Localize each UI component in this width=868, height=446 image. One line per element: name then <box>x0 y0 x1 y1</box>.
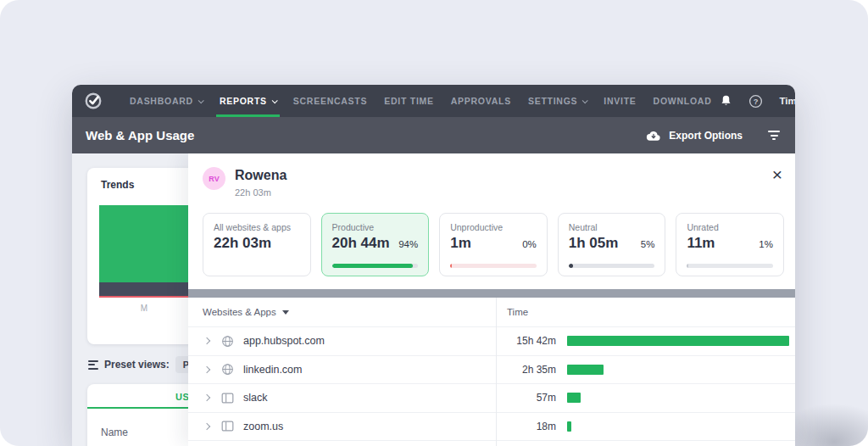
account-menu[interactable]: Time Doctor ... <box>779 96 795 106</box>
time-doctor-logo-icon[interactable] <box>84 92 103 110</box>
site-name: app.hubspot.com <box>243 335 325 347</box>
websites-apps-table: Websites & Apps Time app.hubspot.com <box>188 298 795 446</box>
column-header-time: Time <box>496 307 528 317</box>
svg-text:?: ? <box>754 97 759 105</box>
users-name-column-header: Name <box>101 426 128 438</box>
nav-settings[interactable]: SETTINGS <box>520 85 595 117</box>
progress-track <box>332 264 419 268</box>
stat-card-unrated[interactable]: Unrated 11m1% <box>676 213 784 276</box>
stat-card-all[interactable]: All websites & apps 22h 03m <box>203 213 311 276</box>
app-window-icon <box>221 421 234 432</box>
expand-chevron-icon[interactable] <box>203 366 210 373</box>
sort-caret-icon <box>282 310 289 315</box>
cloud-download-icon <box>646 130 661 142</box>
trends-x-axis-label: M <box>99 304 189 313</box>
globe-icon <box>221 335 234 348</box>
table-bottom-edge <box>188 440 795 446</box>
stat-label: Productive <box>332 222 419 232</box>
nav-download-label: DOWNLOAD <box>654 96 712 106</box>
nav-screencasts-label: SCREENCASTS <box>293 96 367 106</box>
main-navigation: DASHBOARD REPORTS SCREENCASTS EDIT TIME … <box>121 85 720 117</box>
column-header-websites-apps[interactable]: Websites & Apps <box>188 307 496 317</box>
table-header-row: Websites & Apps Time <box>188 298 795 326</box>
nav-dashboard[interactable]: DASHBOARD <box>121 85 211 117</box>
avatar: RV <box>203 167 225 190</box>
nav-settings-label: SETTINGS <box>528 96 577 106</box>
table-row[interactable]: app.hubspot.com 15h 42m <box>188 326 795 355</box>
table-row[interactable]: slack 57m <box>188 383 795 412</box>
nav-approvals-label: APPROVALS <box>451 96 511 106</box>
preset-views-icon <box>88 360 98 370</box>
time-bar-fill <box>567 421 571 432</box>
export-options-label: Export Options <box>669 130 743 142</box>
nav-edit-time-label: EDIT TIME <box>384 96 434 106</box>
stat-percent: 1% <box>759 239 773 249</box>
site-name: linkedin.com <box>243 364 302 376</box>
time-bar-fill <box>567 336 789 346</box>
preset-views-label: Preset views: <box>104 359 170 371</box>
time-value: 2h 35m <box>496 364 556 376</box>
help-icon[interactable]: ? <box>748 94 763 109</box>
stat-cards-row: All websites & apps 22h 03m Productive 2… <box>203 213 784 276</box>
nav-invite[interactable]: INVITE <box>595 85 644 117</box>
user-total-time: 22h 03m <box>235 187 271 198</box>
nav-edit-time[interactable]: EDIT TIME <box>376 85 442 117</box>
progress-track <box>450 264 537 268</box>
nav-download[interactable]: DOWNLOAD <box>645 85 721 117</box>
close-icon[interactable]: × <box>772 165 782 183</box>
time-value: 57m <box>496 392 556 404</box>
top-navbar: DASHBOARD REPORTS SCREENCASTS EDIT TIME … <box>72 85 795 117</box>
nav-dashboard-label: DASHBOARD <box>130 96 193 106</box>
report-content: Trends M Preset views: Produ USERS Name <box>72 153 795 446</box>
time-bar-fill <box>567 393 581 403</box>
navbar-right-group: ? Time Doctor ... AS <box>720 90 795 112</box>
filter-icon[interactable] <box>768 131 780 140</box>
stat-value: 22h 03m <box>214 235 271 252</box>
expand-chevron-icon[interactable] <box>203 394 210 401</box>
user-summary-section: RV Rowena 22h 03m × All websites & apps … <box>188 153 795 289</box>
progress-fill <box>332 264 413 268</box>
expand-chevron-icon[interactable] <box>203 423 210 430</box>
page-title: Web & App Usage <box>86 128 194 142</box>
expand-chevron-icon[interactable] <box>203 337 210 344</box>
stat-percent: 0% <box>522 239 537 249</box>
time-bar-fill <box>567 365 604 375</box>
report-header-actions: Export Options <box>646 130 780 142</box>
time-bar <box>567 336 789 346</box>
export-options-button[interactable]: Export Options <box>646 130 743 142</box>
table-row[interactable]: zoom.us 18m <box>188 412 795 441</box>
stat-percent: 5% <box>641 239 655 249</box>
section-divider-band <box>188 289 795 298</box>
trends-title: Trends <box>101 179 134 191</box>
page-background: DASHBOARD REPORTS SCREENCASTS EDIT TIME … <box>0 0 868 446</box>
nav-screencasts[interactable]: SCREENCASTS <box>285 85 376 117</box>
notifications-bell-icon[interactable] <box>720 94 732 108</box>
nav-reports[interactable]: REPORTS <box>211 85 285 117</box>
stat-value: 1m <box>450 235 471 252</box>
progress-fill <box>450 264 452 268</box>
progress-track <box>569 264 655 268</box>
progress-fill <box>569 264 573 268</box>
nav-approvals[interactable]: APPROVALS <box>442 85 520 117</box>
app-window: DASHBOARD REPORTS SCREENCASTS EDIT TIME … <box>72 85 795 446</box>
stat-card-productive[interactable]: Productive 20h 44m94% <box>321 213 430 276</box>
report-header: Web & App Usage Export Options <box>72 117 795 153</box>
stat-card-neutral[interactable]: Neutral 1h 05m5% <box>558 213 666 276</box>
stat-percent: 94% <box>398 239 418 249</box>
stat-label: Unproductive <box>450 222 537 232</box>
chevron-down-icon <box>582 98 588 103</box>
globe-icon <box>221 363 234 376</box>
chevron-down-icon <box>271 98 277 103</box>
progress-fill <box>687 264 688 268</box>
chevron-down-icon <box>198 98 204 103</box>
table-row[interactable]: linkedin.com 2h 35m <box>188 355 795 384</box>
time-value: 18m <box>496 421 556 432</box>
stat-value: 11m <box>687 235 715 252</box>
column-divider <box>496 298 497 446</box>
app-window-icon <box>221 393 234 404</box>
progress-track <box>687 264 773 268</box>
stat-label: Unrated <box>687 222 773 232</box>
column-header-label: Websites & Apps <box>203 307 276 317</box>
nav-invite-label: INVITE <box>604 96 636 106</box>
stat-card-unproductive[interactable]: Unproductive 1m0% <box>439 213 548 276</box>
